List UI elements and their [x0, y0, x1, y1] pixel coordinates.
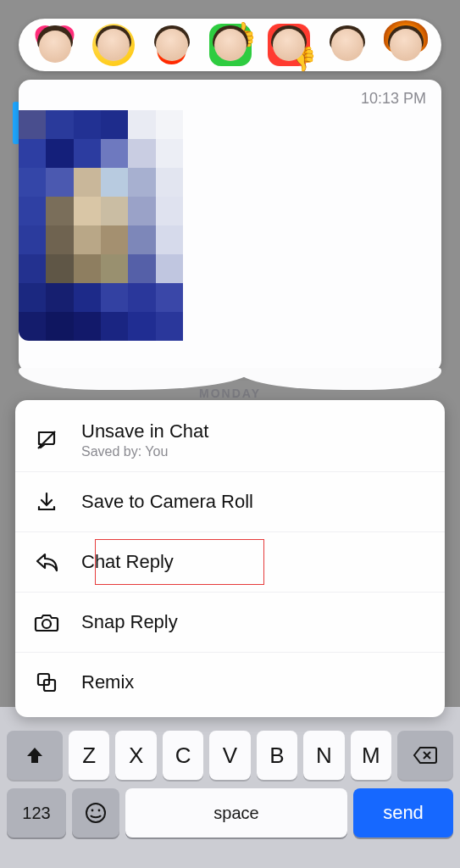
- svg-point-7: [91, 810, 94, 812]
- backspace-key[interactable]: [397, 731, 453, 780]
- key-n[interactable]: N: [303, 731, 344, 780]
- key-b[interactable]: B: [257, 731, 297, 780]
- reaction-mind-blown[interactable]: [385, 24, 427, 66]
- keyboard-letter-row: Z X C V B N M: [7, 731, 453, 780]
- emoji-key[interactable]: [72, 788, 119, 837]
- key-z[interactable]: Z: [69, 731, 109, 780]
- shift-key[interactable]: [7, 731, 63, 780]
- svg-point-1: [42, 620, 51, 628]
- reaction-thumbs-down[interactable]: [268, 24, 310, 66]
- remix-icon: [34, 670, 59, 695]
- message-timestamp: 10:13 PM: [361, 90, 426, 108]
- space-key[interactable]: space: [125, 788, 347, 837]
- key-x[interactable]: X: [115, 731, 156, 780]
- key-m[interactable]: M: [351, 731, 391, 780]
- menu-label: Chat Reply: [81, 551, 174, 573]
- svg-point-8: [98, 810, 101, 812]
- reaction-bar: [19, 19, 441, 71]
- camera-icon: [34, 609, 59, 635]
- menu-sublabel: Saved by: You: [81, 444, 208, 459]
- unsave-icon: [34, 427, 59, 453]
- context-menu: Unsave in Chat Saved by: You Save to Cam…: [15, 400, 445, 717]
- menu-label: Remix: [81, 671, 134, 693]
- menu-save-camera-roll[interactable]: Save to Camera Roll: [15, 471, 445, 531]
- reply-icon: [34, 549, 59, 575]
- day-separator: MONDAY: [0, 387, 460, 400]
- menu-remix[interactable]: Remix: [15, 652, 445, 712]
- message-image-blurred: [19, 110, 183, 341]
- menu-unsave-in-chat[interactable]: Unsave in Chat Saved by: You: [15, 405, 445, 471]
- menu-label: Save to Camera Roll: [81, 491, 253, 513]
- svg-point-6: [86, 804, 105, 822]
- reaction-love[interactable]: [34, 24, 76, 66]
- download-icon: [34, 489, 59, 515]
- reaction-neutral[interactable]: [326, 24, 369, 66]
- message-card[interactable]: 10:13 PM: [19, 80, 441, 372]
- menu-label: Snap Reply: [81, 611, 178, 633]
- reaction-thumbs-up[interactable]: [209, 24, 252, 66]
- menu-chat-reply[interactable]: Chat Reply: [15, 531, 445, 592]
- send-key[interactable]: send: [353, 788, 453, 837]
- key-v[interactable]: V: [209, 731, 250, 780]
- menu-label: Unsave in Chat: [81, 420, 208, 442]
- numeric-key[interactable]: 123: [7, 788, 66, 837]
- keyboard-bottom-row: 123 space send: [7, 788, 453, 837]
- reaction-laugh[interactable]: [92, 24, 135, 66]
- svg-line-0: [38, 431, 55, 448]
- reaction-fire[interactable]: [151, 24, 193, 66]
- key-c[interactable]: C: [163, 731, 203, 780]
- menu-snap-reply[interactable]: Snap Reply: [15, 592, 445, 652]
